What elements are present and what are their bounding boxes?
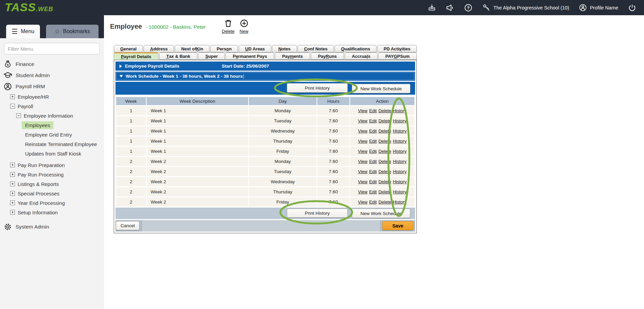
sidebar-item-payroll-hrm[interactable]: Payroll HRM bbox=[0, 81, 104, 92]
action-link-delete[interactable]: Delete bbox=[379, 179, 391, 184]
action-link-edit[interactable]: Edit bbox=[369, 189, 377, 194]
action-link-edit[interactable]: Edit bbox=[369, 108, 377, 113]
tab-menu[interactable]: ☰ Menu bbox=[6, 25, 40, 38]
expand-icon[interactable]: + bbox=[10, 172, 15, 177]
announcement-icon[interactable] bbox=[446, 3, 454, 12]
collapse-icon[interactable]: − bbox=[10, 104, 15, 109]
action-link-view[interactable]: View bbox=[358, 169, 367, 174]
sidebar-item-listings-reports[interactable]: +Listings & Reports bbox=[0, 179, 104, 189]
action-link-history[interactable]: History bbox=[393, 179, 406, 184]
sidebar-item-pay-run-processing[interactable]: +Pay Run Processing bbox=[0, 170, 104, 179]
action-link-history[interactable]: History bbox=[393, 159, 406, 164]
new-button[interactable]: New bbox=[239, 19, 249, 34]
action-link-delete[interactable]: Delete bbox=[379, 159, 391, 164]
delete-button[interactable]: Delete bbox=[222, 19, 235, 34]
expand-icon[interactable]: + bbox=[10, 163, 15, 167]
expand-icon[interactable]: + bbox=[10, 94, 15, 99]
school-context[interactable]: The Alpha Progressive School (10) bbox=[482, 3, 569, 12]
sidebar-item-updates-from-staff-kiosk[interactable]: Updates from Staff Kiosk bbox=[0, 149, 104, 158]
tab-payments[interactable]: Payments bbox=[275, 52, 310, 60]
action-link-history[interactable]: History bbox=[393, 128, 406, 134]
collapse-icon[interactable]: − bbox=[16, 113, 21, 118]
action-link-delete[interactable]: Delete bbox=[379, 199, 391, 205]
sidebar-item-employee-hr[interactable]: +Employee/HR bbox=[0, 92, 104, 101]
tab-address[interactable]: Address bbox=[144, 45, 174, 52]
sidebar-item-system-admin[interactable]: System Admin bbox=[0, 221, 104, 232]
action-link-history[interactable]: History bbox=[393, 169, 406, 174]
sidebar-item-pay-run-preparation[interactable]: +Pay Run Preparation bbox=[0, 160, 104, 170]
action-link-edit[interactable]: Edit bbox=[369, 118, 377, 123]
tab-next-of-kin[interactable]: Next of Kin bbox=[175, 45, 210, 52]
action-link-delete[interactable]: Delete bbox=[379, 128, 391, 134]
action-link-history[interactable]: History bbox=[393, 149, 406, 154]
save-button[interactable]: Save bbox=[382, 221, 413, 230]
print-history-button-top[interactable]: Print History bbox=[287, 83, 348, 93]
expand-icon[interactable]: + bbox=[10, 182, 15, 186]
section-work-schedule[interactable]: Work Schedule - Week 1 - 38 hours, Week … bbox=[115, 72, 415, 81]
print-history-button-bottom[interactable]: Print History bbox=[287, 209, 348, 218]
action-link-view[interactable]: View bbox=[358, 149, 367, 154]
tab-tax-bank[interactable]: Tax & Bank bbox=[159, 52, 197, 60]
sidebar-item-student-admin[interactable]: Student Admin bbox=[0, 70, 104, 81]
action-link-delete[interactable]: Delete bbox=[379, 169, 391, 174]
action-link-edit[interactable]: Edit bbox=[369, 169, 377, 174]
action-link-history[interactable]: History bbox=[393, 139, 406, 144]
action-link-delete[interactable]: Delete bbox=[379, 108, 391, 113]
power-icon[interactable] bbox=[628, 3, 637, 12]
tab-person[interactable]: Person bbox=[210, 45, 238, 52]
sidebar-item-finance[interactable]: $Finance bbox=[0, 58, 104, 70]
action-link-edit[interactable]: Edit bbox=[369, 139, 377, 144]
action-link-view[interactable]: View bbox=[358, 159, 367, 164]
expand-icon[interactable]: + bbox=[10, 200, 15, 205]
action-link-view[interactable]: View bbox=[358, 128, 367, 134]
sidebar-item-employee-information[interactable]: −Employee Information bbox=[0, 111, 104, 120]
sidebar-item-payroll[interactable]: −Payroll bbox=[0, 101, 104, 111]
profile-menu[interactable]: Profile Name bbox=[579, 3, 618, 12]
action-link-edit[interactable]: Edit bbox=[369, 149, 377, 154]
download-icon[interactable] bbox=[428, 3, 436, 12]
tab-general[interactable]: General bbox=[114, 45, 143, 52]
action-link-edit[interactable]: Edit bbox=[369, 128, 377, 134]
tab-notes[interactable]: Notes bbox=[272, 45, 297, 52]
action-link-view[interactable]: View bbox=[358, 179, 367, 184]
action-link-delete[interactable]: Delete bbox=[379, 189, 391, 194]
tab-ud-areas[interactable]: UD Areas bbox=[239, 45, 271, 52]
tab-pay-runs[interactable]: Pay Runs bbox=[311, 52, 344, 60]
tab-payroll-details[interactable]: Payroll Details bbox=[114, 52, 158, 60]
tab-conf-notes[interactable]: Conf Notes bbox=[298, 45, 334, 52]
tab-pd-activities[interactable]: PD Activities bbox=[377, 45, 417, 52]
new-work-schedule-button-top[interactable]: New Work Schedule bbox=[352, 84, 410, 93]
sidebar-item-setup-information[interactable]: +Setup Information bbox=[0, 208, 104, 217]
filter-menu-input[interactable] bbox=[4, 43, 100, 54]
tab-permanent-pays[interactable]: Permanent Pays bbox=[226, 52, 274, 60]
sidebar-item-special-processes[interactable]: +Special Processes bbox=[0, 189, 104, 198]
sidebar-item-employees[interactable]: Employees bbox=[0, 120, 104, 130]
expand-icon[interactable]: + bbox=[10, 191, 15, 196]
tab-super[interactable]: Super bbox=[198, 52, 225, 60]
expand-icon[interactable]: + bbox=[10, 210, 15, 215]
tab-qualifications[interactable]: Qualifications bbox=[335, 45, 377, 52]
action-link-edit[interactable]: Edit bbox=[369, 179, 377, 184]
action-link-delete[interactable]: Delete bbox=[379, 149, 391, 154]
action-link-history[interactable]: History bbox=[393, 189, 406, 194]
action-link-view[interactable]: View bbox=[358, 118, 367, 123]
action-link-view[interactable]: View bbox=[358, 108, 367, 113]
cancel-button[interactable]: Cancel bbox=[116, 221, 139, 230]
action-link-history[interactable]: History bbox=[393, 108, 406, 113]
action-link-view[interactable]: View bbox=[358, 199, 367, 205]
tab-accruals[interactable]: Accruals bbox=[345, 52, 378, 60]
sidebar-item-year-end-processing[interactable]: +Year End Processing bbox=[0, 198, 104, 208]
action-link-view[interactable]: View bbox=[358, 189, 367, 194]
action-link-edit[interactable]: Edit bbox=[369, 159, 377, 164]
section-employee-payroll-details[interactable]: Employee Payroll Details Start Date: 25/… bbox=[115, 62, 415, 71]
tab-bookmarks[interactable]: ☆ Bookmarks bbox=[46, 25, 99, 38]
tab-payg-psum[interactable]: PAYG PSum bbox=[378, 52, 417, 60]
action-link-delete[interactable]: Delete bbox=[379, 118, 391, 123]
sidebar-item-reinstate-terminated-employee[interactable]: Reinstate Terminated Employee bbox=[0, 139, 104, 149]
action-link-view[interactable]: View bbox=[358, 139, 367, 144]
action-link-edit[interactable]: Edit bbox=[369, 199, 377, 205]
help-icon[interactable]: ? bbox=[464, 3, 473, 12]
action-link-history[interactable]: History bbox=[393, 118, 406, 123]
action-link-delete[interactable]: Delete bbox=[379, 139, 391, 144]
action-link-history[interactable]: History bbox=[393, 199, 406, 205]
